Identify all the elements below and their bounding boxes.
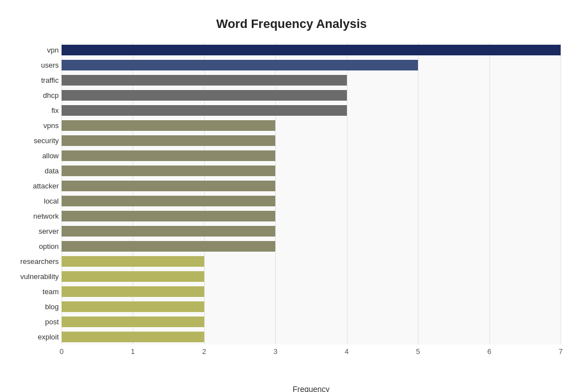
bar-track xyxy=(62,317,561,327)
bar-fill xyxy=(62,271,204,282)
bar-track xyxy=(62,181,561,191)
bar-row: traffic xyxy=(62,73,561,88)
bar-label: users xyxy=(3,61,59,69)
bar-row: vpns xyxy=(62,118,561,133)
bar-fill xyxy=(62,75,347,86)
bar-track xyxy=(62,226,561,237)
bar-label: vulnerability xyxy=(3,272,59,281)
bar-track xyxy=(62,75,561,86)
bar-fill xyxy=(62,286,204,297)
bar-track xyxy=(62,60,561,70)
bar-row: exploit xyxy=(62,329,561,344)
bar-track xyxy=(62,90,561,101)
x-tick-label: 4 xyxy=(345,347,349,356)
bar-fill xyxy=(62,241,275,252)
x-tick-label: 2 xyxy=(202,347,206,356)
bars-wrapper: vpnuserstrafficdhcpfixvpnssecurityallowd… xyxy=(62,42,561,344)
bar-row: server xyxy=(62,224,561,239)
bar-label: team xyxy=(3,287,59,296)
bar-track xyxy=(62,135,561,146)
bar-track xyxy=(62,241,561,252)
bar-row: researchers xyxy=(62,254,561,269)
bar-track xyxy=(62,256,561,267)
bar-row: users xyxy=(62,58,561,73)
bar-row: post xyxy=(62,314,561,329)
bar-label: vpns xyxy=(3,121,59,130)
bar-fill xyxy=(62,332,204,342)
bar-label: local xyxy=(3,197,59,205)
bar-fill xyxy=(62,105,347,116)
bar-fill xyxy=(62,120,275,131)
bar-fill xyxy=(62,317,204,327)
bar-fill xyxy=(62,226,275,237)
bar-track xyxy=(62,45,561,55)
bar-fill xyxy=(62,301,204,312)
bar-track xyxy=(62,150,561,161)
bar-row: allow xyxy=(62,148,561,163)
bar-label: post xyxy=(3,318,59,326)
bar-row: local xyxy=(62,193,561,209)
bar-row: option xyxy=(62,239,561,254)
bar-row: security xyxy=(62,133,561,148)
chart-container: Word Frequency Analysis vpnuserstrafficd… xyxy=(0,0,583,392)
bar-row: vpn xyxy=(62,42,561,58)
bar-fill xyxy=(62,256,204,267)
bar-track xyxy=(62,271,561,282)
grid-line xyxy=(561,42,561,344)
bar-label: researchers xyxy=(3,257,59,266)
bar-row: team xyxy=(62,284,561,299)
bar-label: traffic xyxy=(3,76,59,84)
bar-track xyxy=(62,332,561,342)
bar-track xyxy=(62,166,561,176)
bar-fill xyxy=(62,150,275,161)
bar-label: fix xyxy=(3,106,59,115)
bar-label: vpn xyxy=(3,46,59,54)
bar-label: data xyxy=(3,167,59,175)
bar-row: data xyxy=(62,163,561,178)
x-tick-label: 6 xyxy=(487,347,491,356)
x-tick-label: 7 xyxy=(558,347,562,356)
bar-track xyxy=(62,120,561,131)
bar-label: option xyxy=(3,242,59,251)
bar-track xyxy=(62,301,561,312)
bar-row: fix xyxy=(62,103,561,118)
x-tick-label: 0 xyxy=(59,347,63,356)
bar-track xyxy=(62,196,561,206)
bar-fill xyxy=(62,60,418,70)
bar-row: attacker xyxy=(62,178,561,193)
bar-label: network xyxy=(3,212,59,220)
bar-track xyxy=(62,286,561,297)
bar-fill xyxy=(62,45,561,55)
chart-area: vpnuserstrafficdhcpfixvpnssecurityallowd… xyxy=(62,42,561,367)
bar-label: security xyxy=(3,136,59,145)
x-tick-label: 5 xyxy=(416,347,420,356)
bar-label: allow xyxy=(3,152,59,160)
bar-label: server xyxy=(3,227,59,235)
bar-fill xyxy=(62,90,347,101)
bar-track xyxy=(62,105,561,116)
bar-fill xyxy=(62,181,275,191)
bar-fill xyxy=(62,166,275,176)
bar-fill xyxy=(62,211,275,221)
bar-label: attacker xyxy=(3,182,59,190)
bar-fill xyxy=(62,135,275,146)
bar-label: blog xyxy=(3,303,59,311)
x-axis: 01234567 xyxy=(62,344,561,367)
bar-label: exploit xyxy=(3,333,59,341)
bar-fill xyxy=(62,196,275,206)
x-axis-label: Frequency xyxy=(293,385,330,392)
bar-row: network xyxy=(62,209,561,224)
bar-track xyxy=(62,211,561,221)
x-tick-label: 3 xyxy=(274,347,278,356)
chart-title: Word Frequency Analysis xyxy=(22,17,561,31)
bar-row: dhcp xyxy=(62,88,561,103)
bar-row: vulnerability xyxy=(62,269,561,284)
bar-row: blog xyxy=(62,299,561,314)
bar-label: dhcp xyxy=(3,91,59,100)
x-tick-label: 1 xyxy=(131,347,135,356)
